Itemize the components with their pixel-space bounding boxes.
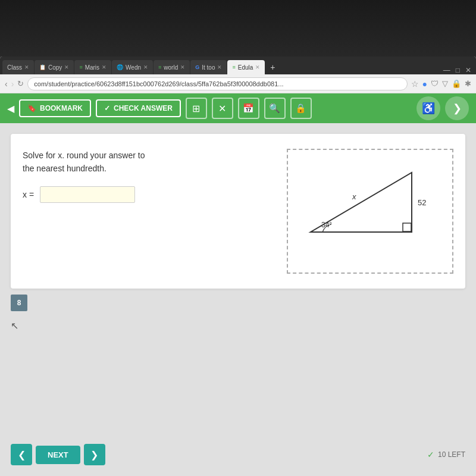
bookmark-star-icon[interactable]: ☆ — [411, 79, 419, 89]
tab-classwork[interactable]: Class ✕ — [2, 60, 34, 74]
answer-row: x = — [23, 186, 275, 203]
lock-toolbar-button[interactable]: 🔒 — [290, 98, 312, 119]
answer-label: x = — [23, 190, 34, 199]
tab-world-label: world — [164, 64, 178, 71]
forward-icon[interactable]: › — [11, 79, 14, 89]
next-arrow-button[interactable]: ❯ — [84, 444, 105, 465]
tab-copy[interactable]: 📋 Copy ✕ — [35, 60, 74, 74]
x-icon: ✕ — [218, 103, 226, 114]
next-text-button[interactable]: NEXT — [36, 446, 80, 464]
tab-maris-close[interactable]: ✕ — [102, 64, 107, 70]
check-status-icon: ✓ — [427, 450, 434, 459]
accessibility-button[interactable]: ♿ — [416, 96, 440, 120]
check-answer-label: CHECK ANSWER — [114, 104, 173, 112]
green-toolbar: ◀ 🔖 BOOKMARK ✓ CHECK ANSWER ⊞ ✕ 📅 🔍 — [0, 93, 476, 123]
check-answer-button[interactable]: ✓ CHECK ANSWER — [96, 99, 181, 117]
grid-button[interactable]: ⊞ — [186, 98, 207, 119]
tab-world-close[interactable]: ✕ — [180, 64, 185, 70]
search-button[interactable]: 🔍 — [264, 98, 286, 119]
checkmark-icon: ✓ — [104, 104, 110, 112]
extension-icon[interactable]: ✱ — [465, 79, 471, 88]
tab-maris[interactable]: ≡ Maris ✕ — [74, 60, 111, 74]
cursor-area: ↖ — [11, 317, 465, 334]
next-arrow-icon: ❯ — [90, 449, 98, 461]
triangle-diagram: x 52 34° — [293, 155, 447, 268]
tab-copy-close[interactable]: ✕ — [64, 64, 69, 70]
main-content: Solve for x. round your answer to the ne… — [0, 123, 476, 476]
tab-world[interactable]: ≡ world ✕ — [154, 60, 190, 74]
bookmark-label: BOOKMARK — [40, 104, 83, 112]
bookmark-button[interactable]: 🔖 BOOKMARK — [19, 99, 91, 117]
lock-toolbar-icon: 🔒 — [295, 103, 306, 114]
bottom-right-info: ✓ 10 LEFT — [427, 450, 465, 459]
next-toolbar-icon: ❯ — [453, 102, 462, 114]
accessibility-icon: ♿ — [422, 102, 435, 114]
svg-text:x: x — [352, 192, 356, 201]
tab-edula-label: Edula — [238, 64, 253, 71]
question-line2: the nearest hundredth. — [23, 162, 275, 175]
refresh-icon[interactable]: ↻ — [17, 79, 24, 88]
url-bar-row: ‹ › ↻ com/student/practice/60623d8ff151b… — [0, 74, 476, 93]
back-icon[interactable]: ‹ — [5, 79, 8, 89]
tab-edula[interactable]: ≡ Edula ✕ — [227, 60, 265, 74]
minimize-btn[interactable]: — — [441, 66, 453, 74]
next-toolbar-button[interactable]: ❯ — [445, 96, 469, 120]
new-tab-btn[interactable]: + — [265, 60, 280, 74]
tab-classwork-label: Class — [7, 64, 22, 71]
app-nav-icon[interactable]: ◀ — [7, 103, 14, 114]
search-icon: 🔍 — [269, 103, 280, 114]
tab-maris-label: Maris — [85, 64, 99, 71]
lock-icon[interactable]: 🔒 — [452, 79, 461, 88]
circle-icon[interactable]: ● — [422, 79, 427, 89]
answer-input[interactable] — [40, 186, 135, 203]
grid-icon: ⊞ — [192, 103, 200, 114]
prev-icon: ❮ — [18, 449, 26, 461]
tab-ittoo[interactable]: G It too ✕ — [190, 60, 227, 74]
vpn-icon[interactable]: ▽ — [442, 79, 448, 88]
question-line1: Solve for x. round your answer to — [23, 149, 275, 162]
calendar-button[interactable]: 📅 — [238, 98, 259, 119]
tab-wedn[interactable]: 🌐 Wedn ✕ — [112, 60, 153, 74]
tab-wedn-close[interactable]: ✕ — [143, 64, 148, 70]
shield-icon[interactable]: 🛡 — [431, 79, 439, 88]
bottom-left-nav: ❮ NEXT ❯ — [11, 444, 105, 465]
diagram-container: x 52 34° — [287, 149, 453, 274]
svg-text:34°: 34° — [321, 221, 332, 229]
url-text: com/student/practice/60623d8ff151bc00076… — [34, 80, 283, 87]
browser-window: Class ✕ 📋 Copy ✕ ≡ Maris ✕ 🌐 Wedn ✕ ≡ wo… — [0, 57, 476, 476]
question-text: Solve for x. round your answer to the ne… — [23, 149, 275, 176]
url-input[interactable]: com/student/practice/60623d8ff151bc00076… — [27, 77, 407, 90]
questions-left-label: 10 LEFT — [438, 450, 465, 459]
question-number-badge: 8 — [11, 295, 27, 311]
bottom-nav: ❮ NEXT ❯ ✓ 10 LEFT — [11, 439, 465, 465]
prev-button[interactable]: ❮ — [11, 444, 32, 465]
tab-classwork-close[interactable]: ✕ — [24, 64, 29, 70]
maximize-btn[interactable]: □ — [453, 66, 462, 74]
question-left: Solve for x. round your answer to the ne… — [23, 149, 275, 203]
svg-rect-0 — [403, 223, 411, 231]
bookmark-icon: 🔖 — [27, 104, 36, 112]
tab-wedn-label: Wedn — [126, 64, 141, 71]
tab-ittoo-label: It too — [202, 64, 215, 71]
desk-background — [0, 0, 476, 65]
close-btn[interactable]: ✕ — [463, 66, 474, 74]
close-x-button[interactable]: ✕ — [212, 98, 233, 119]
tab-edula-close[interactable]: ✕ — [255, 64, 260, 70]
calendar-icon: 📅 — [243, 103, 254, 114]
cursor-icon: ↖ — [11, 321, 18, 331]
svg-text:52: 52 — [418, 198, 426, 207]
question-card: Solve for x. round your answer to the ne… — [11, 134, 465, 289]
question-number: 8 — [17, 299, 21, 307]
next-label: NEXT — [48, 450, 68, 459]
tab-ittoo-close[interactable]: ✕ — [217, 64, 222, 70]
tab-bar: Class ✕ 📋 Copy ✕ ≡ Maris ✕ 🌐 Wedn ✕ ≡ wo… — [0, 57, 476, 74]
tab-copy-label: Copy — [48, 64, 62, 71]
